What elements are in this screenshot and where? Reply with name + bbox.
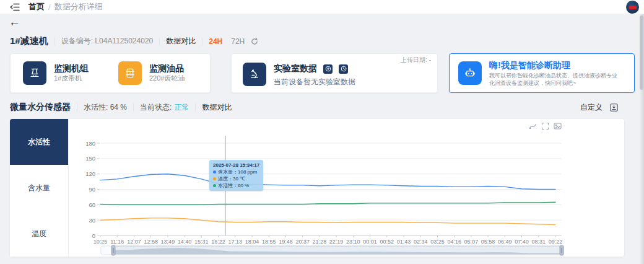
series-dot-icon	[213, 184, 216, 187]
monitor-unit-group[interactable]: 监测机组 1#皮带机	[23, 61, 89, 85]
robot-icon	[458, 61, 482, 85]
svg-text:18:55: 18:55	[262, 239, 276, 245]
sensor-trend-chart[interactable]: 030609012015018010:2511:1612:0712:5813:4…	[69, 119, 624, 257]
device-title: 1#减速机	[10, 35, 48, 47]
page-scrollbar[interactable]	[639, 14, 644, 264]
lab-card-text: 实验室数据 当前设备暂无实验室数据	[274, 63, 355, 92]
toolbox-save-image-icon[interactable]	[554, 122, 562, 131]
svg-text:22:19: 22:19	[329, 239, 344, 245]
svg-text:150: 150	[85, 155, 95, 162]
tooltip-row: 温度：30 ℃	[213, 175, 259, 182]
monitor-unit-text: 监测机组 1#皮带机	[54, 63, 89, 83]
tooltip-value: 含水量：108 ppm	[218, 169, 257, 175]
breadcrumb-separator: /	[48, 2, 51, 12]
svg-text:07:40: 07:40	[515, 239, 529, 245]
tab-water-activity[interactable]: 水活性	[10, 119, 68, 165]
toolbox-restore-icon[interactable]	[529, 122, 537, 131]
series-dot-icon	[213, 177, 216, 180]
svg-text:17:13: 17:13	[228, 239, 243, 245]
export-icon[interactable]	[610, 103, 618, 112]
scrollbar-thumb[interactable]	[640, 15, 643, 90]
svg-text:30: 30	[89, 217, 95, 224]
microscope-icon	[243, 63, 266, 86]
svg-text:01:43: 01:43	[397, 239, 411, 245]
series-dot-icon	[213, 170, 216, 174]
monitor-oil-group[interactable]: 监测油品 220#齿轮油	[118, 61, 185, 85]
ai-card-desc-line2: 化润滑设备监测建议，快问问我吧~	[489, 79, 617, 87]
sensor-header: 微量水分传感器 水活性: 64 % 当前状态: 正常 数据对比 自定义	[10, 102, 634, 113]
svg-text:19:46: 19:46	[279, 239, 293, 245]
upload-date-label: 上传日期: -	[401, 56, 431, 64]
breadcrumb-bar: 首页 / 数据分析详细	[0, 0, 644, 14]
svg-text:120: 120	[85, 170, 95, 177]
tooltip-row: 含水量：108 ppm	[213, 169, 259, 175]
back-button[interactable]: ←	[9, 16, 20, 29]
monitor-card: 监测机组 1#皮带机 监测油品 220#齿轮油	[10, 53, 211, 93]
svg-text:09:22: 09:22	[549, 239, 563, 245]
svg-text:18:04: 18:04	[245, 239, 259, 245]
lab-data-card: 上传日期: - 实验室数据 当前设备暂无实验室数据	[231, 53, 438, 93]
svg-text:05:58: 05:58	[481, 239, 495, 245]
monitor-oil-title: 监测油品	[149, 63, 185, 74]
range-72h-button[interactable]: 72H	[231, 37, 245, 46]
oil-barrel-icon	[118, 61, 142, 85]
lab-title-row: 实验室数据	[274, 63, 355, 74]
sensor-chart-panel: 水活性含水量温度 030609012015018010:2511:1612:07…	[10, 119, 624, 257]
tab-temperature[interactable]: 温度	[10, 211, 68, 257]
chart-tooltip: 2025-07-28 15:34:17 含水量：108 ppm温度：30 ℃水活…	[209, 160, 263, 191]
svg-text:11:16: 11:16	[110, 239, 124, 245]
ai-card-desc-line1: 我可以帮你智能化诊断油品状态、提供油液诊断专业	[489, 72, 617, 79]
svg-text:04:16: 04:16	[447, 239, 461, 245]
svg-text:05:07: 05:07	[464, 239, 479, 245]
svg-text:12:58: 12:58	[144, 239, 158, 245]
refresh-icon[interactable]	[251, 38, 258, 45]
divider	[159, 38, 160, 45]
toolbox-datazoom-icon[interactable]	[541, 122, 550, 131]
tab-water-content[interactable]: 含水量	[10, 165, 68, 211]
monitor-oil-text: 监测油品 220#齿轮油	[149, 63, 185, 83]
sensor-compare-link[interactable]: 数据对比	[202, 102, 232, 113]
range-24h-button[interactable]: 24H	[209, 37, 222, 46]
svg-text:06:49: 06:49	[498, 239, 512, 245]
history-icon[interactable]	[339, 64, 348, 74]
menu-fold-icon[interactable]	[10, 3, 20, 11]
svg-text:00:52: 00:52	[380, 239, 394, 245]
divider	[133, 103, 134, 111]
lab-card-subtitle: 当前设备暂无实验室数据	[274, 77, 355, 87]
upload-icon[interactable]	[323, 64, 333, 74]
divider	[202, 38, 202, 45]
monitor-unit-title: 监测机组	[54, 63, 89, 74]
data-compare-link[interactable]: 数据对比	[166, 36, 196, 46]
svg-text:08:31: 08:31	[532, 239, 546, 245]
avatar-logo	[629, 6, 637, 9]
machine-icon	[23, 61, 46, 85]
ai-assistant-card[interactable]: 嗨!我是智能诊断助理 我可以帮你智能化诊断油品状态、提供油液诊断专业 化润滑设备…	[449, 53, 635, 93]
chart-plot-area: 030609012015018010:2511:1612:0712:5813:4…	[69, 119, 624, 257]
svg-text:0: 0	[92, 232, 95, 239]
svg-text:02:34: 02:34	[414, 239, 428, 245]
tooltip-value: 水活性：60 %	[218, 182, 249, 189]
monitor-unit-subtitle: 1#皮带机	[54, 74, 89, 83]
tooltip-time: 2025-07-28 15:34:17	[213, 162, 259, 169]
status-label: 当前状态:	[140, 102, 172, 113]
divider	[195, 103, 196, 111]
monitor-oil-subtitle: 220#齿轮油	[149, 74, 185, 83]
customize-button[interactable]: 自定义	[580, 102, 603, 113]
summary-cards: 监测机组 1#皮带机 监测油品 220#齿轮油 上传日期: - 实	[10, 53, 635, 93]
ai-card-text: 嗨!我是智能诊断助理 我可以帮你智能化诊断油品状态、提供油液诊断专业 化润滑设备…	[489, 60, 617, 87]
ai-card-title: 嗨!我是智能诊断助理	[489, 60, 617, 71]
breadcrumb-home[interactable]: 首页	[28, 1, 45, 12]
user-avatar[interactable]	[626, 1, 639, 14]
divider	[77, 103, 77, 111]
tooltip-value: 温度：30 ℃	[218, 175, 245, 182]
sensor-header-right: 自定义	[580, 102, 618, 113]
lab-card-title: 实验室数据	[274, 63, 317, 74]
device-header: 1#减速机 设备编号: L04A1125024020 数据对比 24H 72H	[10, 35, 258, 47]
svg-text:20:37: 20:37	[295, 239, 310, 245]
svg-text:90: 90	[89, 186, 95, 193]
status-badge: 正常	[174, 102, 189, 113]
chart-tabs: 水活性含水量温度	[10, 119, 69, 257]
chart-toolbox	[529, 122, 562, 131]
divider	[54, 38, 55, 45]
sensor-title: 微量水分传感器	[10, 102, 71, 113]
